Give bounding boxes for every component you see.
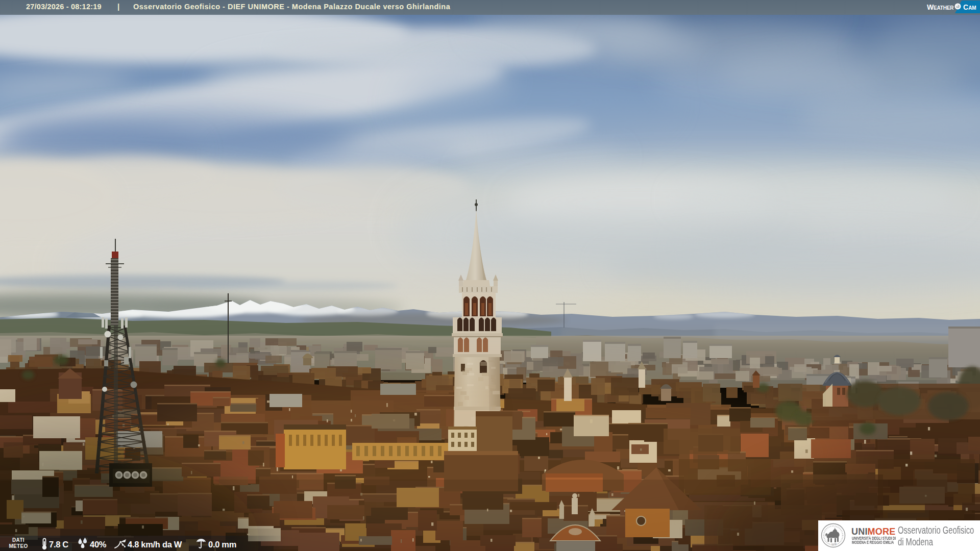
svg-text:1175: 1175 (831, 543, 837, 546)
svg-text:WEATHER: WEATHER (927, 3, 954, 11)
